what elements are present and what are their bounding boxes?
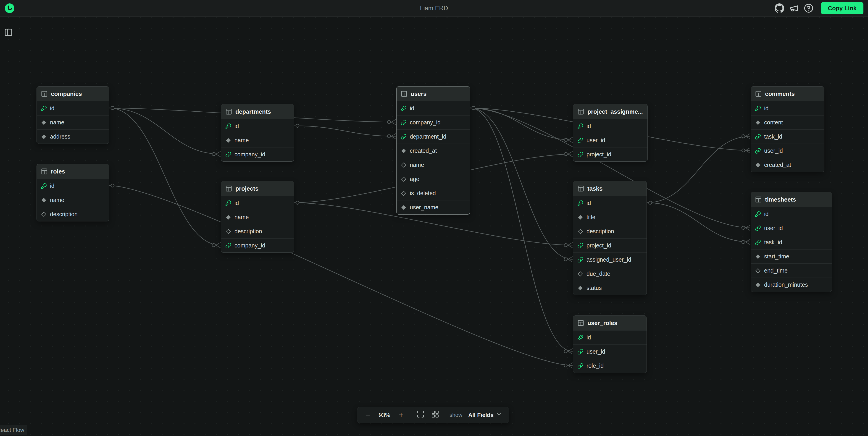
column-row-project_assignments-user_id[interactable]: user_id (573, 133, 647, 147)
table-header-projects[interactable]: projects (221, 181, 294, 196)
column-row-companies-name[interactable]: name (37, 115, 109, 129)
table-header-companies[interactable]: companies (37, 87, 109, 101)
column-row-roles-name[interactable]: name (37, 193, 109, 207)
column-row-user_roles-user_id[interactable]: user_id (573, 344, 647, 359)
column-row-users-company_id[interactable]: company_id (397, 115, 470, 129)
column-row-project_assignments-project_id[interactable]: project_id (573, 147, 647, 161)
table-header-departments[interactable]: departments (221, 104, 294, 119)
erd-table-users[interactable]: usersidcompany_iddepartment_idcreated_at… (396, 86, 470, 215)
table-header-users[interactable]: users (397, 87, 470, 101)
erd-table-comments[interactable]: commentsidcontenttask_iduser_idcreated_a… (751, 86, 825, 172)
relationship-edge-tasks-comments[interactable] (647, 136, 750, 203)
column-name: address (50, 133, 70, 140)
liam-logo-icon[interactable] (5, 3, 15, 13)
column-row-project_assignments-id[interactable]: id (573, 119, 647, 133)
column-row-comments-id[interactable]: id (751, 101, 824, 115)
table-header-user_roles[interactable]: user_roles (573, 316, 647, 330)
column-row-companies-id[interactable]: id (37, 101, 109, 115)
megaphone-icon (789, 3, 799, 13)
column-row-tasks-due_date[interactable]: due_date (573, 267, 647, 281)
column-name: start_time (764, 253, 789, 260)
table-header-comments[interactable]: comments (751, 87, 824, 101)
column-row-projects-id[interactable]: id (221, 196, 294, 210)
column-name: name (410, 162, 424, 168)
primary-key-icon (401, 105, 407, 112)
erd-table-companies[interactable]: companiesidnameaddress (36, 86, 109, 144)
column-row-users-department_id[interactable]: department_id (397, 129, 470, 144)
erd-table-departments[interactable]: departmentsidnamecompany_id (221, 104, 294, 162)
column-row-departments-id[interactable]: id (221, 119, 294, 133)
column-row-users-age[interactable]: age (397, 172, 470, 186)
column-row-comments-created_at[interactable]: created_at (751, 158, 824, 172)
announcements-button[interactable] (788, 2, 800, 14)
zoom-in-button[interactable]: + (396, 410, 406, 420)
tidy-up-button[interactable] (430, 410, 440, 420)
erd-canvas[interactable]: companiesidnameaddressrolesidnamedescrip… (0, 0, 868, 436)
column-row-user_roles-role_id[interactable]: role_id (573, 359, 647, 373)
column-row-users-user_name[interactable]: user_name (397, 200, 470, 214)
fields-filter-dropdown[interactable]: All Fields (467, 411, 504, 419)
column-row-comments-task_id[interactable]: task_id (751, 129, 824, 144)
column-row-projects-name[interactable]: name (221, 210, 294, 224)
column-row-tasks-description[interactable]: description (573, 224, 647, 238)
relationship-edge-companies-departments[interactable] (109, 108, 221, 154)
relationship-edge-users-tasks[interactable] (470, 108, 572, 259)
help-button[interactable] (803, 2, 814, 14)
table-header-roles[interactable]: roles (37, 164, 109, 179)
column-row-roles-description[interactable]: description (37, 207, 109, 221)
erd-table-user_roles[interactable]: user_rolesiduser_idrole_id (573, 315, 647, 373)
column-row-users-name[interactable]: name (397, 158, 470, 172)
column-row-tasks-id[interactable]: id (573, 196, 647, 210)
erd-table-roles[interactable]: rolesidnamedescription (36, 164, 109, 221)
column-row-timesheets-task_id[interactable]: task_id (751, 235, 832, 249)
relationship-edge-companies-projects[interactable] (109, 108, 221, 245)
column-name: user_id (587, 348, 605, 355)
table-name: departments (236, 108, 271, 115)
column-name: company_id (235, 242, 265, 249)
relationship-edge-departments-users[interactable] (294, 126, 396, 136)
relationship-edge-tasks-timesheets[interactable] (647, 203, 750, 242)
column-row-departments-name[interactable]: name (221, 133, 294, 147)
erd-table-timesheets[interactable]: timesheetsiduser_idtask_idstart_timeend_… (751, 192, 832, 292)
column-row-tasks-title[interactable]: title (573, 210, 647, 224)
column-row-companies-address[interactable]: address (37, 129, 109, 144)
column-row-tasks-assigned_user_id[interactable]: assigned_user_id (573, 252, 647, 267)
column-row-projects-description[interactable]: description (221, 224, 294, 238)
column-name: status (587, 285, 602, 291)
column-row-departments-company_id[interactable]: company_id (221, 147, 294, 161)
erd-table-project_assignments[interactable]: project_assignme...iduser_idproject_id (573, 104, 648, 162)
cardinality-circle-marker (564, 244, 567, 247)
relationship-edge-roles-user_roles[interactable] (109, 186, 572, 366)
table-header-tasks[interactable]: tasks (573, 181, 647, 196)
erd-table-projects[interactable]: projectsidnamedescriptioncompany_id (221, 181, 294, 253)
column-name: duration_minutes (764, 281, 808, 288)
column-row-timesheets-end_time[interactable]: end_time (751, 263, 832, 278)
github-button[interactable] (773, 2, 785, 14)
cardinality-circle-marker (564, 138, 567, 142)
column-row-users-id[interactable]: id (397, 101, 470, 115)
column-row-timesheets-duration_minutes[interactable]: duration_minutes (751, 278, 832, 292)
zoom-out-button[interactable]: − (363, 410, 373, 420)
column-row-timesheets-user_id[interactable]: user_id (751, 221, 832, 235)
column-row-comments-content[interactable]: content (751, 115, 824, 129)
erd-table-tasks[interactable]: tasksidtitledescriptionproject_idassigne… (573, 181, 647, 295)
column-row-roles-id[interactable]: id (37, 179, 109, 193)
column-row-users-created_at[interactable]: created_at (397, 144, 470, 158)
fit-view-button[interactable] (415, 410, 426, 420)
column-name: is_deleted (410, 190, 436, 196)
column-row-projects-company_id[interactable]: company_id (221, 238, 294, 252)
copy-link-button[interactable]: Copy Link (821, 2, 863, 14)
table-header-project_assignments[interactable]: project_assignme... (573, 104, 647, 119)
column-row-timesheets-start_time[interactable]: start_time (751, 249, 832, 263)
column-row-tasks-status[interactable]: status (573, 281, 647, 295)
relationship-edge-users-user_roles[interactable] (470, 108, 572, 351)
reactflow-attribution[interactable]: React Flow (0, 425, 27, 435)
sidebar-toggle-button[interactable] (2, 27, 14, 39)
table-header-timesheets[interactable]: timesheets (751, 192, 832, 207)
column-row-timesheets-id[interactable]: id (751, 207, 832, 221)
column-row-users-is_deleted[interactable]: is_deleted (397, 186, 470, 200)
table-icon (225, 185, 232, 192)
column-row-user_roles-id[interactable]: id (573, 330, 647, 344)
column-row-tasks-project_id[interactable]: project_id (573, 238, 647, 252)
column-row-comments-user_id[interactable]: user_id (751, 144, 824, 158)
